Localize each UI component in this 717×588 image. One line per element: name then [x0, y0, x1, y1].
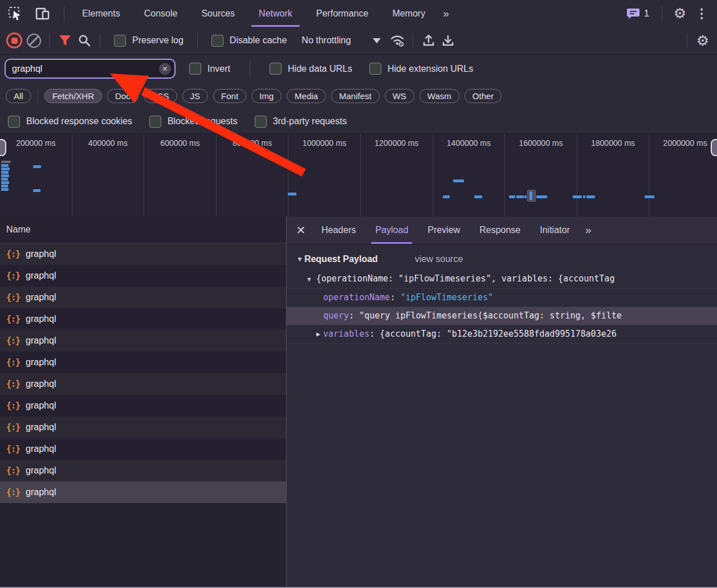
- request-name: graphql: [26, 379, 56, 389]
- disable-cache-checkbox[interactable]: [211, 35, 223, 47]
- preserve-log-checkbox[interactable]: [114, 35, 126, 47]
- tab-memory[interactable]: Memory: [380, 0, 437, 27]
- waterfall-bar: [443, 195, 450, 198]
- record-network-log-button[interactable]: [5, 31, 24, 50]
- hide-extension-urls-toggle[interactable]: Hide extension URLs: [366, 63, 476, 75]
- chip-other[interactable]: Other: [465, 89, 502, 103]
- preserve-log-toggle[interactable]: Preserve log: [106, 35, 192, 47]
- name-column-header[interactable]: Name: [0, 217, 286, 243]
- payload-entry-operationName[interactable]: operationName: "ipFlowTimeseries": [287, 288, 717, 307]
- chip-font[interactable]: Font: [213, 89, 246, 103]
- json-file-icon: {:}: [6, 292, 20, 303]
- overview-left-handle[interactable]: [0, 139, 6, 156]
- payload-entry-query[interactable]: query: "query ipFlowTimeseries($accountT…: [287, 307, 717, 325]
- waterfall-bar: [573, 195, 582, 198]
- close-detail-icon[interactable]: ✕: [290, 219, 312, 241]
- chip-img[interactable]: Img: [251, 89, 282, 103]
- request-row[interactable]: {:}graphql: [0, 395, 286, 416]
- filter-input-wrapper: ✕: [5, 59, 176, 79]
- request-payload-section-header[interactable]: ▼ Request Payload view source: [287, 244, 717, 268]
- request-row[interactable]: {:}graphql: [0, 416, 286, 438]
- payload-root-preview[interactable]: ▼ {operationName: "ipFlowTimeseries", va…: [287, 268, 717, 288]
- filter-input[interactable]: [6, 60, 174, 77]
- chip-ws[interactable]: WS: [385, 89, 414, 103]
- export-har-icon[interactable]: [438, 31, 458, 50]
- tab-console[interactable]: Console: [132, 0, 190, 27]
- hide-extension-urls-checkbox[interactable]: [369, 63, 381, 75]
- tab-elements[interactable]: Elements: [70, 0, 132, 27]
- hide-data-urls-checkbox[interactable]: [270, 63, 282, 75]
- view-source-link[interactable]: view source: [415, 254, 463, 264]
- checkbox-icon[interactable]: [255, 116, 267, 128]
- clear-filter-icon[interactable]: ✕: [159, 63, 171, 75]
- detail-tab-response[interactable]: Response: [470, 217, 530, 244]
- network-overview-timeline[interactable]: 200000 ms400000 ms600000 ms800000 ms1000…: [0, 134, 717, 219]
- hide-data-urls-toggle[interactable]: Hide data URLs: [256, 63, 366, 75]
- overview-right-handle[interactable]: [711, 139, 717, 156]
- chip-all[interactable]: All: [6, 89, 31, 103]
- waterfall-bar: [1, 178, 8, 181]
- selected-request-marker: [527, 190, 536, 202]
- 3rd-party-requests-toggle[interactable]: 3rd-party requests: [255, 116, 347, 128]
- request-row[interactable]: {:}graphql: [0, 265, 286, 287]
- request-row[interactable]: {:}graphql: [0, 438, 286, 460]
- detail-tab-initiator[interactable]: Initiator: [530, 217, 579, 244]
- search-icon[interactable]: [75, 31, 94, 50]
- issues-button[interactable]: 1: [622, 7, 654, 20]
- chip-fetch-xhr[interactable]: Fetch/XHR: [44, 89, 102, 103]
- timeline-column: 1000000 ms: [288, 134, 361, 218]
- network-settings-gear-icon[interactable]: ⚙: [693, 31, 712, 50]
- request-row[interactable]: {:}graphql: [0, 460, 286, 481]
- blocked-requests-toggle[interactable]: Blocked requests: [149, 116, 238, 128]
- checkbox-icon[interactable]: [8, 116, 20, 128]
- detail-tab-payload[interactable]: Payload: [365, 217, 418, 244]
- payload-key: variables: [323, 329, 369, 339]
- invert-checkbox[interactable]: [189, 63, 201, 75]
- request-row[interactable]: {:}graphql: [0, 243, 286, 265]
- payload-entry-variables[interactable]: ▶variables: {accountTag: "b12e3b2192ee55…: [287, 325, 717, 344]
- payload-separator: :: [390, 292, 400, 303]
- settings-gear-icon[interactable]: ⚙: [670, 4, 690, 23]
- filter-divider: [250, 62, 250, 76]
- network-conditions-icon[interactable]: [388, 31, 407, 50]
- request-row[interactable]: {:}graphql: [0, 308, 286, 330]
- panel-tabs: ElementsConsoleSourcesNetworkPerformance…: [70, 0, 437, 27]
- import-har-icon[interactable]: [419, 31, 438, 50]
- detail-tab-preview[interactable]: Preview: [418, 217, 470, 244]
- clear-network-log-button[interactable]: [24, 31, 43, 50]
- json-file-icon: {:}: [6, 444, 20, 454]
- request-row[interactable]: {:}graphql: [0, 373, 286, 395]
- chip-css[interactable]: CSS: [144, 89, 177, 103]
- json-file-icon: {:}: [6, 401, 20, 411]
- detail-more-tabs-icon[interactable]: »: [580, 224, 596, 236]
- chip-media[interactable]: Media: [287, 89, 326, 103]
- request-row[interactable]: {:}graphql: [0, 352, 286, 373]
- detail-tab-headers[interactable]: Headers: [312, 217, 365, 244]
- device-toolbar-icon[interactable]: [33, 4, 52, 23]
- timeline-column: 1200000 ms: [361, 134, 433, 218]
- request-row[interactable]: {:}graphql: [0, 287, 286, 308]
- chip-manifest[interactable]: Manifest: [331, 89, 380, 103]
- expand-triangle-icon[interactable]: ▶: [316, 325, 320, 343]
- disable-cache-toggle[interactable]: Disable cache: [203, 35, 295, 47]
- filter-icon[interactable]: [55, 31, 75, 50]
- waterfall-bar: [453, 179, 464, 182]
- tab-sources[interactable]: Sources: [189, 0, 247, 27]
- chip-wasm[interactable]: Wasm: [419, 89, 459, 103]
- chip-doc[interactable]: Doc: [107, 89, 138, 103]
- inspect-element-icon[interactable]: [6, 4, 25, 23]
- invert-filter-toggle[interactable]: Invert: [176, 63, 244, 75]
- json-file-icon: {:}: [6, 271, 20, 281]
- tab-network[interactable]: Network: [247, 0, 304, 27]
- request-row[interactable]: {:}graphql: [0, 330, 286, 352]
- more-panels-icon[interactable]: »: [437, 7, 454, 20]
- kebab-menu-icon[interactable]: ⋮: [692, 4, 711, 23]
- request-row[interactable]: {:}graphql: [0, 481, 286, 503]
- throttling-dropdown[interactable]: No throttling: [295, 35, 387, 46]
- checkbox-icon[interactable]: [149, 116, 161, 128]
- tab-performance[interactable]: Performance: [304, 0, 381, 27]
- chip-js[interactable]: JS: [182, 89, 209, 103]
- blocked-response-cookies-toggle[interactable]: Blocked response cookies: [8, 116, 132, 128]
- waterfall-bar: [1, 161, 11, 163]
- timeline-tick-label: 1400000 ms: [447, 138, 491, 148]
